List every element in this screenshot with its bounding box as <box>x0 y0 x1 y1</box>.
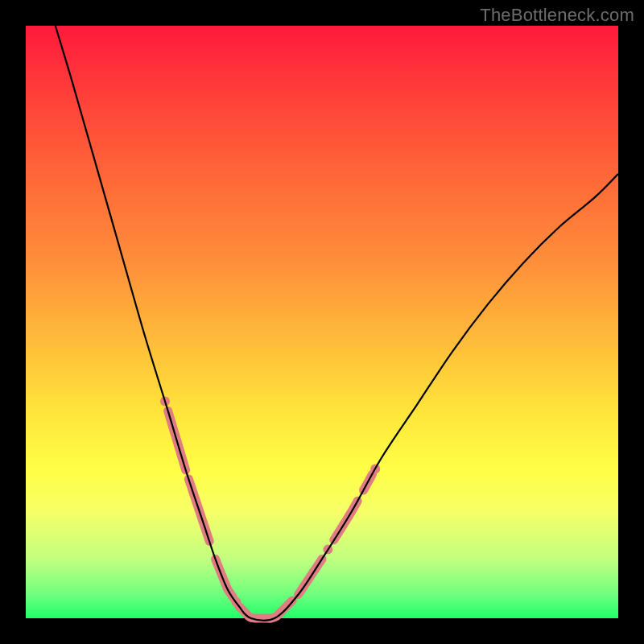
curve-svg <box>26 26 618 618</box>
watermark-text: TheBottleneck.com <box>480 5 634 26</box>
outer-frame: TheBottleneck.com <box>0 0 644 644</box>
highlight-layer <box>160 396 380 618</box>
plot-area <box>26 26 618 618</box>
